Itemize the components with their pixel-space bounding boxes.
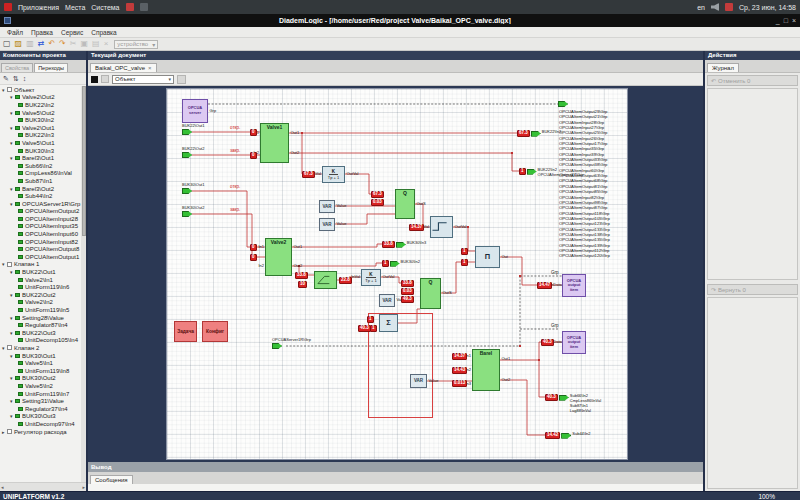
- edit-icon[interactable]: ✎: [3, 75, 9, 83]
- undo-history-list[interactable]: [707, 88, 798, 280]
- scroll-left-icon[interactable]: ◂: [1, 484, 4, 490]
- clock[interactable]: Ср, 23 июн, 14:58: [739, 4, 796, 11]
- tree-item[interactable]: OPCUAItemInput82: [0, 238, 86, 246]
- view-options-button[interactable]: [177, 75, 186, 84]
- block-tf2[interactable]: KTp + 1: [361, 269, 381, 286]
- block-step1[interactable]: [430, 216, 453, 238]
- save-icon[interactable]: ▥: [26, 39, 34, 49]
- tree-item[interactable]: Valve5\In2: [0, 382, 86, 390]
- dest-tag[interactable]: 67.3BUK22\In3: [517, 130, 561, 137]
- menu-item[interactable]: Сервис: [57, 29, 87, 36]
- tree-item[interactable]: Regulator37\In4: [0, 405, 86, 413]
- tree-item[interactable]: OPCUAItemInput28: [0, 215, 86, 223]
- tree-item[interactable]: Regulator87\In4: [0, 321, 86, 329]
- document-tab[interactable]: Baikal_OPC_valve ×: [90, 63, 157, 72]
- tab-journal[interactable]: Журнал: [707, 63, 739, 72]
- tree-item[interactable]: UnitForm119\In8: [0, 367, 86, 375]
- tab-transitions[interactable]: Переходы: [34, 63, 68, 72]
- block-var1[interactable]: VAR: [319, 200, 335, 213]
- tree-item[interactable]: ▾Valve2\Out2: [0, 94, 86, 102]
- stop-icon[interactable]: [91, 76, 98, 83]
- tree-item[interactable]: ▾BUK30\Out1: [0, 352, 86, 360]
- tree-item[interactable]: ▾Valve2\Out1: [0, 124, 86, 132]
- keyboard-layout-indicator[interactable]: en: [697, 4, 705, 11]
- expand-all-icon[interactable]: ⇅: [13, 75, 19, 83]
- close-tab-icon[interactable]: ×: [148, 65, 152, 71]
- new-file-icon[interactable]: ▢: [3, 39, 11, 49]
- checkbox[interactable]: [7, 429, 12, 434]
- block-opcua-server[interactable]: OPCUAserver: [182, 99, 208, 123]
- tree-item[interactable]: ▾BUK22\Out3: [0, 329, 86, 337]
- block-config[interactable]: Конфиг: [202, 321, 228, 342]
- tab-messages[interactable]: Сообщения: [90, 475, 133, 484]
- tree-item[interactable]: UnitDecomp97\In4: [0, 420, 86, 428]
- maximize-button[interactable]: □: [784, 17, 788, 24]
- block-ramp1[interactable]: [314, 271, 337, 289]
- tree-item[interactable]: UnitForm119\In5: [0, 306, 86, 314]
- tree-item[interactable]: BUK30\In3: [0, 147, 86, 155]
- tree-item[interactable]: ▾BUK22\Out1: [0, 268, 86, 276]
- tree-item[interactable]: ▾BUK30\Out2: [0, 375, 86, 383]
- tree-item[interactable]: BUK22\In2: [0, 101, 86, 109]
- tree-item[interactable]: Valve2\In2: [0, 299, 86, 307]
- tree-item[interactable]: ▾Valve5\Out1: [0, 139, 86, 147]
- paste-icon[interactable]: ▤: [92, 39, 100, 49]
- schematic-canvas[interactable]: OPCUAItemOutput29\GrpOPCUAItemOutput21\G…: [88, 86, 703, 462]
- scroll-right-icon[interactable]: ▸: [82, 484, 85, 490]
- tree-item[interactable]: Valve5\In1: [0, 359, 86, 367]
- launcher-icon-2[interactable]: [140, 3, 148, 11]
- tree-item[interactable]: CmpLess86\InVal: [0, 170, 86, 178]
- block-opcua-out-2[interactable]: OPCUAoutputitem: [562, 331, 586, 354]
- tree-item[interactable]: OPCUAItemInput60: [0, 230, 86, 238]
- tree-item[interactable]: ▾Barel3\Out2: [0, 185, 86, 193]
- dest-tag[interactable]: 14.42Sub44\In2: [545, 432, 591, 439]
- block-q2[interactable]: Q: [420, 278, 441, 309]
- tree-item[interactable]: Sub44\In2: [0, 192, 86, 200]
- volume-icon[interactable]: [711, 3, 719, 11]
- tree-item[interactable]: ▾BUK22\Out2: [0, 291, 86, 299]
- block-q1[interactable]: Q: [395, 189, 415, 219]
- checkbox[interactable]: [7, 87, 12, 92]
- block-sum1[interactable]: Σ: [379, 314, 398, 332]
- object-selector[interactable]: Объект ▾: [112, 75, 174, 84]
- tree-horizontal-scrollbar[interactable]: ◂ ▸: [0, 482, 86, 491]
- delete-icon[interactable]: ×: [104, 39, 109, 49]
- tree-item[interactable]: UnitForm119\In7: [0, 390, 86, 398]
- block-tf1[interactable]: KTp + 1: [322, 166, 345, 183]
- notification-icon[interactable]: [725, 3, 733, 11]
- tree-item[interactable]: ▾Valve5\Out2: [0, 109, 86, 117]
- tree-item[interactable]: ▾Setting31\Value: [0, 397, 86, 405]
- redo-icon[interactable]: ↷: [59, 39, 66, 49]
- cut-icon[interactable]: ✂: [70, 39, 77, 49]
- tree-item[interactable]: Valve2\In1: [0, 276, 86, 284]
- tree-item[interactable]: UnitForm119\In6: [0, 283, 86, 291]
- undo-icon[interactable]: ↶: [48, 39, 55, 49]
- menu-item[interactable]: Справка: [87, 29, 121, 36]
- tree-item[interactable]: UnitDecomp105\In4: [0, 337, 86, 345]
- block-var2[interactable]: VAR: [319, 218, 335, 231]
- tree-item[interactable]: ▾OPCUAServer1R\Grp: [0, 200, 86, 208]
- checkbox[interactable]: [7, 262, 12, 267]
- open-folder-icon[interactable]: ▨: [15, 39, 23, 49]
- copy-icon[interactable]: ▣: [81, 39, 89, 49]
- tree-item[interactable]: ▾Клапан 1: [0, 261, 86, 269]
- tree-item[interactable]: OPCUAItemOutput2: [0, 208, 86, 216]
- tree-vertical-scrollbar[interactable]: [81, 86, 86, 482]
- tree-item[interactable]: ▾Клапан 2: [0, 344, 86, 352]
- schematic-page[interactable]: OPCUAItemOutput29\GrpOPCUAItemOutput21\G…: [166, 88, 628, 460]
- sync-icon[interactable]: ⇄: [38, 39, 45, 49]
- collapse-all-icon[interactable]: ↕: [23, 75, 27, 82]
- tree-item[interactable]: OPCUAItemOutput1: [0, 253, 86, 261]
- grid-toggle-icon[interactable]: [101, 75, 109, 83]
- block-opcua-out-1[interactable]: OPCUAoutputitem: [562, 274, 586, 297]
- tree-item[interactable]: ▾BUK30\Out3: [0, 413, 86, 421]
- tree-item[interactable]: BUK30\In2: [0, 116, 86, 124]
- tree-item[interactable]: ▸Регулятор расхода: [0, 428, 86, 436]
- dest-tag[interactable]: 1BUK22\In2OPCUAItemOutput27\Grp: [519, 168, 584, 178]
- tab-properties[interactable]: Свойства: [1, 63, 33, 72]
- block-barel[interactable]: Barel: [472, 349, 500, 391]
- dest-tag[interactable]: 1BUK30\In2: [382, 260, 420, 267]
- undo-button[interactable]: ↶ Отменить 0: [707, 75, 798, 86]
- tree-item[interactable]: OPCUAItemInput35: [0, 223, 86, 231]
- minimize-button[interactable]: _: [776, 17, 780, 24]
